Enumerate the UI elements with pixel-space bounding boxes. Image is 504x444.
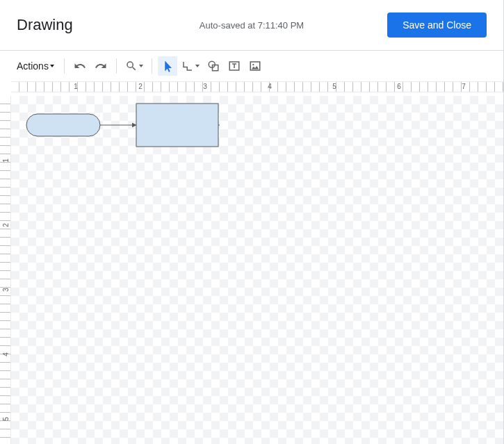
textbox-tool[interactable] xyxy=(225,56,244,76)
image-icon xyxy=(249,60,261,72)
ruler-tick: 1 xyxy=(2,158,10,163)
polyline-icon xyxy=(181,60,194,72)
zoom-menu[interactable] xyxy=(122,56,146,76)
textbox-icon xyxy=(228,60,241,72)
dropdown-arrow-icon xyxy=(50,65,54,67)
canvas-area[interactable] xyxy=(11,96,503,444)
ruler-tick: 2 xyxy=(2,223,10,227)
dialog-title: Drawing xyxy=(17,16,73,34)
line-tool-menu[interactable] xyxy=(179,56,202,76)
save-and-close-button[interactable]: Save and Close xyxy=(387,13,487,38)
ruler-horizontal: 1 2 3 4 5 6 7 xyxy=(11,81,503,92)
autosave-status: Auto-saved at 7:11:40 PM xyxy=(200,20,304,31)
svg-rect-1 xyxy=(212,65,218,71)
magnifier-icon xyxy=(125,60,138,72)
undo-button[interactable] xyxy=(70,56,90,76)
ruler-tick: 2 xyxy=(138,83,143,90)
separator xyxy=(64,58,65,74)
dialog-header: Drawing Auto-saved at 7:11:40 PM Save an… xyxy=(0,0,503,51)
ruler-tick: 3 xyxy=(2,288,10,292)
undo-icon xyxy=(74,60,86,72)
toolbar: Actions xyxy=(0,51,503,81)
shapes-icon xyxy=(207,60,220,72)
ruler-tick: 5 xyxy=(332,83,336,90)
dropdown-arrow-icon xyxy=(139,65,143,67)
actions-menu[interactable]: Actions xyxy=(13,56,58,76)
image-tool[interactable] xyxy=(245,56,265,76)
cursor-icon xyxy=(161,60,174,72)
ruler-tick: 1 xyxy=(74,83,78,90)
ruler-tick: 7 xyxy=(462,83,466,90)
redo-icon xyxy=(95,60,107,72)
separator xyxy=(152,58,152,74)
ruler-tick: 5 xyxy=(2,417,10,421)
shape-process[interactable] xyxy=(136,104,218,147)
svg-point-4 xyxy=(252,64,254,65)
separator xyxy=(116,58,117,74)
select-tool[interactable] xyxy=(158,56,177,76)
shape-terminator[interactable] xyxy=(26,114,100,136)
ruler-tick: 4 xyxy=(268,83,272,90)
shape-tool-menu[interactable] xyxy=(204,56,223,76)
redo-button[interactable] xyxy=(91,56,111,76)
actions-label: Actions xyxy=(17,60,49,72)
ruler-vertical: 1 2 3 4 5 xyxy=(0,96,11,444)
ruler-tick: 6 xyxy=(397,83,401,90)
flowchart-drawing[interactable] xyxy=(11,96,220,200)
ruler-tick: 3 xyxy=(203,83,207,90)
ruler-tick: 4 xyxy=(2,352,10,356)
dropdown-arrow-icon xyxy=(195,65,200,67)
